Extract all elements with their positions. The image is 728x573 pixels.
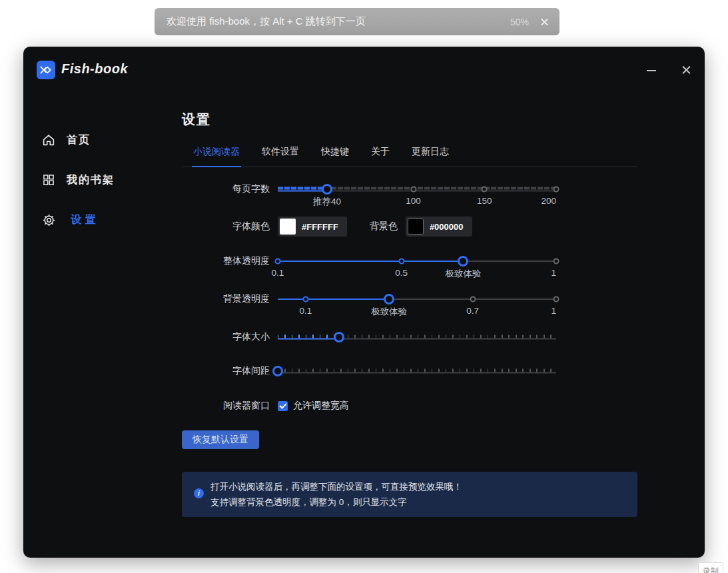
slider-background-opacity[interactable]: 0.1极致体验0.71 [278,293,556,305]
reset-defaults-button[interactable]: 恢复默认设置 [182,430,259,449]
slider-mark-label: 0.5 [395,268,408,278]
slider-mark-label: 推荐40 [313,196,341,208]
slider-handle[interactable] [272,366,283,376]
sidebar-item-label: 我的书架 [67,173,115,187]
titlebar: Fish-book [23,47,705,93]
slider-handle[interactable] [322,184,332,195]
slider-overall-opacity[interactable]: 0.10.5极致体验1 [278,255,556,267]
resize-checkbox[interactable] [278,401,288,411]
words-per-page-row: 每页字数推荐40100150200 [182,183,637,195]
slider-label: 字体大小 [182,331,270,343]
bg-color-picker[interactable]: #000000 [406,217,472,237]
slider-handle[interactable] [334,332,344,342]
tab-bar: 小说阅读器软件设置快捷键关于更新日志 [182,146,637,167]
toast-close-icon[interactable] [540,17,550,27]
slider-mark-label: 极致体验 [371,306,407,318]
slider-mark-label: 100 [406,196,421,206]
app-title: Fish-book [61,61,128,77]
app-window: Fish-book 首页我的书架设置 设置 小说阅读器软件设置快捷键关于更新日志… [23,47,705,558]
info-line-1: 打开小说阅读器后，再调整下面的设置项，可直接预览效果哦！ [210,479,462,494]
app-logo [37,61,55,79]
slider-track[interactable] [278,369,556,374]
slider-mark-label: 200 [541,196,556,206]
toast-zoom-level: 50% [510,17,529,27]
slider-font-size[interactable] [278,331,556,343]
slider-handle[interactable] [458,256,468,267]
slider-mark-dot[interactable] [275,259,281,265]
slider-letter-spacing[interactable] [278,365,556,377]
info-box: i 打开小说阅读器后，再调整下面的设置项，可直接预览效果哦！ 支持调整背景色透明… [182,472,637,517]
slider-mark-dot[interactable] [482,187,488,193]
color-settings-row: 字体颜色 #FFFFFF 背景色 #000000 [182,217,637,237]
info-icon: i [194,488,204,498]
slider-mark-labels: 推荐40100150200 [278,196,556,207]
reader-window-label: 阅读器窗口 [182,400,270,412]
slider-label: 每页字数 [182,183,270,195]
font-color-picker[interactable]: #FFFFFF [278,217,347,237]
slider-mark-label: 0.1 [272,268,284,278]
slider-mark-label: 150 [477,196,492,206]
slider-label: 字体间距 [182,365,270,377]
slider-fill [278,187,327,192]
slider-mark-labels: 0.10.5极致体验1 [278,268,556,279]
slider-mark-label: 0.1 [299,306,312,316]
record-button[interactable]: 录制 [698,562,723,573]
letter-spacing-row: 字体间距 [182,365,637,377]
slider-fill [278,335,339,340]
tab-about[interactable]: 关于 [371,146,390,167]
font-color-label: 字体颜色 [182,221,270,233]
grid-icon [41,173,56,187]
resize-checkbox-label: 允许调整宽高 [293,400,349,412]
sidebar-item-settings[interactable]: 设置 [23,207,182,233]
slider-mark-dot[interactable] [302,296,308,302]
slider-mark-dot[interactable] [553,296,559,302]
slider-label: 背景透明度 [182,293,270,305]
slider-fill [278,261,463,262]
gear-icon [41,213,56,227]
tab-hotkeys[interactable]: 快捷键 [321,146,349,167]
tab-changelog[interactable]: 更新日志 [412,146,449,167]
slider-mark-dot[interactable] [398,259,404,265]
slider-label: 整体透明度 [182,255,270,267]
bg-color-label: 背景色 [370,221,398,233]
tab-software-settings[interactable]: 软件设置 [262,146,299,167]
toast-message: 欢迎使用 fish-book，按 Alt + C 跳转到下一页 [167,15,510,28]
info-line-2: 支持调整背景色透明度，调整为 0，则只显示文字 [210,494,462,510]
font-size-row: 字体大小 [182,331,637,343]
slider-mark-label: 0.7 [466,306,479,316]
slider-mark-dot[interactable] [470,296,476,302]
tab-novel-reader[interactable]: 小说阅读器 [193,146,240,167]
slider-handle[interactable] [384,294,394,304]
home-icon [41,133,56,147]
sidebar-item-label: 首页 [67,133,91,147]
bg-color-value: #000000 [430,222,464,232]
slider-mark-dot[interactable] [553,259,559,265]
slider-mark-label: 极致体验 [445,268,481,280]
slider-fill [278,298,389,300]
close-button[interactable] [681,65,691,75]
slider-mark-dot[interactable] [553,187,559,193]
minimize-button[interactable] [646,65,657,75]
slider-mark-label: 1 [551,306,556,316]
fish-icon [38,62,54,78]
main-content: 设置 小说阅读器软件设置快捷键关于更新日志 每页字数推荐40100150200 … [182,93,637,558]
sidebar: 首页我的书架设置 [23,93,182,558]
slider-words-per-page[interactable]: 推荐40100150200 [278,183,556,195]
font-color-swatch[interactable] [280,219,296,235]
info-text: 打开小说阅读器后，再调整下面的设置项，可直接预览效果哦！ 支持调整背景色透明度，… [210,479,462,510]
sidebar-item-label: 设置 [71,213,100,227]
slider-mark-labels: 0.1极致体验0.71 [278,306,556,316]
sidebar-item-home[interactable]: 首页 [23,127,182,153]
slider-mark-label: 1 [551,268,556,278]
background-opacity-row: 背景透明度0.1极致体验0.71 [182,293,637,305]
slider-mark-dot[interactable] [410,187,416,193]
reader-window-row: 阅读器窗口 允许调整宽高 [182,400,637,412]
bg-color-swatch[interactable] [408,219,424,235]
font-color-value: #FFFFFF [302,222,338,232]
settings-form: 每页字数推荐40100150200 字体颜色 #FFFFFF 背景色 #0000… [182,167,637,517]
page-title: 设置 [182,111,637,129]
overall-opacity-row: 整体透明度0.10.5极致体验1 [182,255,637,267]
welcome-toast: 欢迎使用 fish-book，按 Alt + C 跳转到下一页 50% [155,8,559,35]
sidebar-item-bookshelf[interactable]: 我的书架 [23,167,182,193]
